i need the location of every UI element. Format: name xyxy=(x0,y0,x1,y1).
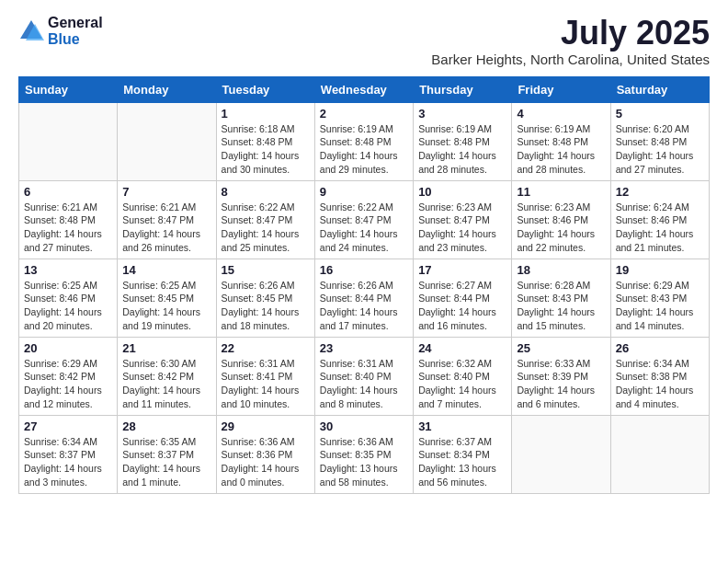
day-cell: 1Sunrise: 6:18 AM Sunset: 8:48 PM Daylig… xyxy=(216,102,314,180)
day-cell: 6Sunrise: 6:21 AM Sunset: 8:48 PM Daylig… xyxy=(19,180,118,259)
day-info: Sunrise: 6:33 AM Sunset: 8:39 PM Dayligh… xyxy=(517,357,605,411)
day-number: 3 xyxy=(418,107,506,121)
day-cell: 16Sunrise: 6:26 AM Sunset: 8:44 PM Dayli… xyxy=(314,259,413,337)
day-info: Sunrise: 6:36 AM Sunset: 8:36 PM Dayligh… xyxy=(222,435,310,489)
day-cell: 22Sunrise: 6:31 AM Sunset: 8:41 PM Dayli… xyxy=(216,337,314,415)
day-number: 16 xyxy=(320,263,408,277)
day-cell: 9Sunrise: 6:22 AM Sunset: 8:47 PM Daylig… xyxy=(314,180,413,259)
logo-blue: Blue xyxy=(48,31,103,48)
weekday-header-row: SundayMondayTuesdayWednesdayThursdayFrid… xyxy=(19,76,710,102)
day-cell: 23Sunrise: 6:31 AM Sunset: 8:40 PM Dayli… xyxy=(314,337,413,415)
day-number: 1 xyxy=(222,107,310,121)
week-row-1: 1Sunrise: 6:18 AM Sunset: 8:48 PM Daylig… xyxy=(19,102,710,180)
month-title: July 2025 xyxy=(431,15,710,52)
day-info: Sunrise: 6:19 AM Sunset: 8:48 PM Dayligh… xyxy=(517,122,605,177)
day-info: Sunrise: 6:24 AM Sunset: 8:46 PM Dayligh… xyxy=(616,201,704,255)
day-cell: 11Sunrise: 6:23 AM Sunset: 8:46 PM Dayli… xyxy=(512,180,610,259)
day-cell: 4Sunrise: 6:19 AM Sunset: 8:48 PM Daylig… xyxy=(512,102,610,180)
day-cell xyxy=(118,102,216,180)
day-number: 20 xyxy=(24,341,112,355)
day-cell: 27Sunrise: 6:34 AM Sunset: 8:37 PM Dayli… xyxy=(19,415,118,493)
day-number: 10 xyxy=(418,185,506,199)
day-number: 11 xyxy=(517,185,605,199)
weekday-header-tuesday: Tuesday xyxy=(216,76,314,102)
day-number: 5 xyxy=(616,107,704,121)
day-cell: 20Sunrise: 6:29 AM Sunset: 8:42 PM Dayli… xyxy=(19,337,118,415)
day-cell: 21Sunrise: 6:30 AM Sunset: 8:42 PM Dayli… xyxy=(118,337,216,415)
day-number: 22 xyxy=(222,341,310,355)
location: Barker Heights, North Carolina, United S… xyxy=(431,52,710,67)
day-info: Sunrise: 6:29 AM Sunset: 8:43 PM Dayligh… xyxy=(616,279,704,333)
day-cell: 26Sunrise: 6:34 AM Sunset: 8:38 PM Dayli… xyxy=(610,337,709,415)
day-cell: 14Sunrise: 6:25 AM Sunset: 8:45 PM Dayli… xyxy=(118,259,216,337)
day-cell: 17Sunrise: 6:27 AM Sunset: 8:44 PM Dayli… xyxy=(414,259,512,337)
day-info: Sunrise: 6:25 AM Sunset: 8:45 PM Dayligh… xyxy=(122,279,210,333)
day-cell: 10Sunrise: 6:23 AM Sunset: 8:47 PM Dayli… xyxy=(414,180,512,259)
page-header: General Blue July 2025 Barker Heights, N… xyxy=(18,15,710,67)
day-number: 19 xyxy=(616,263,704,277)
day-cell: 24Sunrise: 6:32 AM Sunset: 8:40 PM Dayli… xyxy=(414,337,512,415)
day-cell: 8Sunrise: 6:22 AM Sunset: 8:47 PM Daylig… xyxy=(216,180,314,259)
day-info: Sunrise: 6:37 AM Sunset: 8:34 PM Dayligh… xyxy=(418,435,506,489)
day-number: 28 xyxy=(122,419,210,433)
day-info: Sunrise: 6:19 AM Sunset: 8:48 PM Dayligh… xyxy=(320,122,408,177)
day-number: 25 xyxy=(517,341,605,355)
day-info: Sunrise: 6:30 AM Sunset: 8:42 PM Dayligh… xyxy=(122,357,210,411)
day-cell: 30Sunrise: 6:36 AM Sunset: 8:35 PM Dayli… xyxy=(314,415,413,493)
day-info: Sunrise: 6:20 AM Sunset: 8:48 PM Dayligh… xyxy=(616,122,704,177)
day-number: 4 xyxy=(517,107,605,121)
weekday-header-thursday: Thursday xyxy=(414,76,512,102)
day-info: Sunrise: 6:28 AM Sunset: 8:43 PM Dayligh… xyxy=(517,279,605,333)
day-cell xyxy=(512,415,610,493)
week-row-3: 13Sunrise: 6:25 AM Sunset: 8:46 PM Dayli… xyxy=(19,259,710,337)
day-number: 18 xyxy=(517,263,605,277)
day-info: Sunrise: 6:31 AM Sunset: 8:40 PM Dayligh… xyxy=(320,357,408,411)
day-number: 14 xyxy=(122,263,210,277)
day-cell: 15Sunrise: 6:26 AM Sunset: 8:45 PM Dayli… xyxy=(216,259,314,337)
day-cell: 2Sunrise: 6:19 AM Sunset: 8:48 PM Daylig… xyxy=(314,102,413,180)
logo-icon xyxy=(18,18,44,44)
day-cell xyxy=(610,415,709,493)
day-info: Sunrise: 6:18 AM Sunset: 8:48 PM Dayligh… xyxy=(222,122,310,177)
day-number: 24 xyxy=(418,341,506,355)
day-number: 12 xyxy=(616,185,704,199)
day-number: 6 xyxy=(24,185,112,199)
day-info: Sunrise: 6:27 AM Sunset: 8:44 PM Dayligh… xyxy=(418,279,506,333)
day-cell: 12Sunrise: 6:24 AM Sunset: 8:46 PM Dayli… xyxy=(610,180,709,259)
day-info: Sunrise: 6:22 AM Sunset: 8:47 PM Dayligh… xyxy=(320,201,408,255)
day-cell: 28Sunrise: 6:35 AM Sunset: 8:37 PM Dayli… xyxy=(118,415,216,493)
day-cell: 31Sunrise: 6:37 AM Sunset: 8:34 PM Dayli… xyxy=(414,415,512,493)
day-info: Sunrise: 6:36 AM Sunset: 8:35 PM Dayligh… xyxy=(320,435,408,489)
weekday-header-saturday: Saturday xyxy=(610,76,709,102)
day-number: 13 xyxy=(24,263,112,277)
day-number: 21 xyxy=(122,341,210,355)
day-number: 29 xyxy=(222,419,310,433)
day-info: Sunrise: 6:26 AM Sunset: 8:44 PM Dayligh… xyxy=(320,279,408,333)
weekday-header-monday: Monday xyxy=(118,76,216,102)
weekday-header-wednesday: Wednesday xyxy=(314,76,413,102)
day-number: 9 xyxy=(320,185,408,199)
calendar: SundayMondayTuesdayWednesdayThursdayFrid… xyxy=(18,76,710,494)
day-number: 15 xyxy=(222,263,310,277)
day-number: 2 xyxy=(320,107,408,121)
week-row-4: 20Sunrise: 6:29 AM Sunset: 8:42 PM Dayli… xyxy=(19,337,710,415)
day-number: 31 xyxy=(418,419,506,433)
day-number: 8 xyxy=(222,185,310,199)
logo-text: General Blue xyxy=(48,15,103,48)
day-info: Sunrise: 6:34 AM Sunset: 8:38 PM Dayligh… xyxy=(616,357,704,411)
day-info: Sunrise: 6:21 AM Sunset: 8:48 PM Dayligh… xyxy=(24,201,112,255)
day-info: Sunrise: 6:23 AM Sunset: 8:46 PM Dayligh… xyxy=(517,201,605,255)
day-number: 30 xyxy=(320,419,408,433)
day-info: Sunrise: 6:25 AM Sunset: 8:46 PM Dayligh… xyxy=(24,279,112,333)
day-info: Sunrise: 6:23 AM Sunset: 8:47 PM Dayligh… xyxy=(418,201,506,255)
day-number: 27 xyxy=(24,419,112,433)
day-info: Sunrise: 6:32 AM Sunset: 8:40 PM Dayligh… xyxy=(418,357,506,411)
day-info: Sunrise: 6:35 AM Sunset: 8:37 PM Dayligh… xyxy=(122,435,210,489)
day-number: 23 xyxy=(320,341,408,355)
weekday-header-friday: Friday xyxy=(512,76,610,102)
day-cell: 3Sunrise: 6:19 AM Sunset: 8:48 PM Daylig… xyxy=(414,102,512,180)
logo-general: General xyxy=(48,15,103,31)
day-number: 26 xyxy=(616,341,704,355)
day-cell: 13Sunrise: 6:25 AM Sunset: 8:46 PM Dayli… xyxy=(19,259,118,337)
day-cell xyxy=(19,102,118,180)
